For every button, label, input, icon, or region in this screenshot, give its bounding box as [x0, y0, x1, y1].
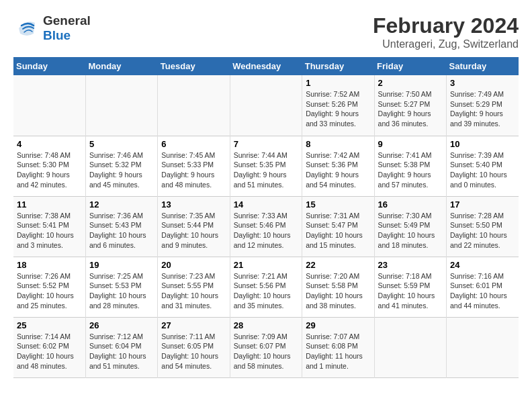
day-number: 11 — [17, 199, 82, 210]
calendar-cell: 22Sunrise: 7:20 AM Sunset: 5:58 PM Dayli… — [302, 257, 374, 317]
day-number: 17 — [450, 199, 515, 210]
day-info: Sunrise: 7:42 AM Sunset: 5:36 PM Dayligh… — [306, 151, 359, 189]
calendar-cell: 19Sunrise: 7:25 AM Sunset: 5:53 PM Dayli… — [85, 257, 157, 317]
calendar-cell: 21Sunrise: 7:21 AM Sunset: 5:56 PM Dayli… — [230, 257, 302, 317]
calendar-cell — [230, 75, 302, 136]
calendar-cell: 10Sunrise: 7:39 AM Sunset: 5:40 PM Dayli… — [447, 136, 519, 196]
day-info: Sunrise: 7:21 AM Sunset: 5:56 PM Dayligh… — [234, 272, 291, 310]
day-number: 10 — [450, 139, 515, 149]
day-info: Sunrise: 7:16 AM Sunset: 6:01 PM Dayligh… — [450, 272, 507, 310]
day-header-saturday: Saturday — [447, 57, 519, 75]
calendar-cell: 4Sunrise: 7:48 AM Sunset: 5:30 PM Daylig… — [13, 136, 85, 196]
day-number: 7 — [234, 139, 298, 149]
week-row-4: 18Sunrise: 7:26 AM Sunset: 5:52 PM Dayli… — [13, 257, 519, 317]
day-number: 26 — [89, 320, 154, 330]
calendar-cell: 26Sunrise: 7:12 AM Sunset: 6:04 PM Dayli… — [85, 317, 157, 377]
day-number: 22 — [306, 260, 370, 270]
day-info: Sunrise: 7:48 AM Sunset: 5:30 PM Dayligh… — [17, 151, 71, 189]
calendar-cell — [85, 75, 157, 136]
calendar-cell: 15Sunrise: 7:31 AM Sunset: 5:47 PM Dayli… — [302, 196, 374, 257]
calendar-cell: 6Sunrise: 7:45 AM Sunset: 5:33 PM Daylig… — [158, 136, 230, 196]
day-number: 15 — [306, 199, 370, 210]
day-info: Sunrise: 7:28 AM Sunset: 5:50 PM Dayligh… — [450, 212, 507, 249]
calendar-cell — [447, 317, 519, 377]
week-row-2: 4Sunrise: 7:48 AM Sunset: 5:30 PM Daylig… — [13, 136, 519, 196]
day-number: 13 — [161, 199, 226, 210]
day-number: 24 — [450, 260, 515, 270]
logo: General Blue — [13, 13, 91, 43]
calendar-subtitle: Unterageri, Zug, Switzerland — [373, 38, 519, 50]
day-number: 21 — [234, 260, 298, 270]
week-row-5: 25Sunrise: 7:14 AM Sunset: 6:02 PM Dayli… — [13, 317, 519, 377]
calendar-cell: 17Sunrise: 7:28 AM Sunset: 5:50 PM Dayli… — [447, 196, 519, 257]
calendar-cell: 2Sunrise: 7:50 AM Sunset: 5:27 PM Daylig… — [374, 75, 446, 136]
calendar-table: SundayMondayTuesdayWednesdayThursdayFrid… — [13, 57, 519, 378]
day-info: Sunrise: 7:07 AM Sunset: 6:08 PM Dayligh… — [306, 332, 363, 370]
calendar-cell — [13, 75, 85, 136]
day-number: 6 — [161, 139, 226, 149]
calendar-cell: 13Sunrise: 7:35 AM Sunset: 5:44 PM Dayli… — [158, 196, 230, 257]
day-info: Sunrise: 7:41 AM Sunset: 5:38 PM Dayligh… — [378, 151, 432, 189]
page-header: General Blue February 2024 Unterageri, Z… — [13, 13, 519, 50]
day-number: 3 — [450, 78, 515, 88]
day-number: 25 — [17, 320, 82, 330]
day-info: Sunrise: 7:33 AM Sunset: 5:46 PM Dayligh… — [234, 212, 291, 249]
day-info: Sunrise: 7:31 AM Sunset: 5:47 PM Dayligh… — [306, 212, 363, 249]
week-row-3: 11Sunrise: 7:38 AM Sunset: 5:41 PM Dayli… — [13, 196, 519, 257]
day-number: 9 — [378, 139, 443, 149]
calendar-cell: 29Sunrise: 7:07 AM Sunset: 6:08 PM Dayli… — [302, 317, 374, 377]
day-info: Sunrise: 7:49 AM Sunset: 5:29 PM Dayligh… — [450, 90, 504, 128]
day-info: Sunrise: 7:23 AM Sunset: 5:55 PM Dayligh… — [161, 272, 218, 310]
day-info: Sunrise: 7:30 AM Sunset: 5:49 PM Dayligh… — [378, 212, 435, 249]
calendar-cell: 11Sunrise: 7:38 AM Sunset: 5:41 PM Dayli… — [13, 196, 85, 257]
day-info: Sunrise: 7:39 AM Sunset: 5:40 PM Dayligh… — [450, 151, 507, 189]
calendar-cell: 5Sunrise: 7:46 AM Sunset: 5:32 PM Daylig… — [85, 136, 157, 196]
day-number: 18 — [17, 260, 82, 270]
calendar-cell: 7Sunrise: 7:44 AM Sunset: 5:35 PM Daylig… — [230, 136, 302, 196]
day-info: Sunrise: 7:36 AM Sunset: 5:43 PM Dayligh… — [89, 212, 146, 249]
calendar-cell: 23Sunrise: 7:18 AM Sunset: 5:59 PM Dayli… — [374, 257, 446, 317]
day-number: 2 — [378, 78, 443, 88]
logo-general-label: General — [43, 13, 91, 28]
day-header-sunday: Sunday — [13, 57, 85, 75]
calendar-cell: 20Sunrise: 7:23 AM Sunset: 5:55 PM Dayli… — [158, 257, 230, 317]
day-number: 12 — [89, 199, 154, 210]
day-header-wednesday: Wednesday — [230, 57, 302, 75]
day-header-tuesday: Tuesday — [158, 57, 230, 75]
day-info: Sunrise: 7:14 AM Sunset: 6:02 PM Dayligh… — [17, 332, 74, 370]
day-info: Sunrise: 7:09 AM Sunset: 6:07 PM Dayligh… — [234, 332, 291, 370]
calendar-cell: 24Sunrise: 7:16 AM Sunset: 6:01 PM Dayli… — [447, 257, 519, 317]
day-number: 5 — [89, 139, 154, 149]
day-header-friday: Friday — [374, 57, 446, 75]
day-header-monday: Monday — [85, 57, 157, 75]
day-info: Sunrise: 7:35 AM Sunset: 5:44 PM Dayligh… — [161, 212, 218, 249]
day-number: 4 — [17, 139, 82, 149]
day-number: 29 — [306, 320, 370, 330]
day-info: Sunrise: 7:45 AM Sunset: 5:33 PM Dayligh… — [161, 151, 215, 189]
day-info: Sunrise: 7:38 AM Sunset: 5:41 PM Dayligh… — [17, 212, 74, 249]
calendar-cell: 16Sunrise: 7:30 AM Sunset: 5:49 PM Dayli… — [374, 196, 446, 257]
day-info: Sunrise: 7:46 AM Sunset: 5:32 PM Dayligh… — [89, 151, 143, 189]
calendar-cell: 12Sunrise: 7:36 AM Sunset: 5:43 PM Dayli… — [85, 196, 157, 257]
calendar-cell: 14Sunrise: 7:33 AM Sunset: 5:46 PM Dayli… — [230, 196, 302, 257]
calendar-cell: 28Sunrise: 7:09 AM Sunset: 6:07 PM Dayli… — [230, 317, 302, 377]
week-row-1: 1Sunrise: 7:52 AM Sunset: 5:26 PM Daylig… — [13, 75, 519, 136]
day-number: 1 — [306, 78, 370, 88]
day-info: Sunrise: 7:12 AM Sunset: 6:04 PM Dayligh… — [89, 332, 146, 370]
day-info: Sunrise: 7:11 AM Sunset: 6:05 PM Dayligh… — [161, 332, 218, 370]
calendar-cell: 1Sunrise: 7:52 AM Sunset: 5:26 PM Daylig… — [302, 75, 374, 136]
day-info: Sunrise: 7:52 AM Sunset: 5:26 PM Dayligh… — [306, 90, 359, 128]
day-info: Sunrise: 7:26 AM Sunset: 5:52 PM Dayligh… — [17, 272, 74, 310]
calendar-cell: 25Sunrise: 7:14 AM Sunset: 6:02 PM Dayli… — [13, 317, 85, 377]
calendar-cell: 9Sunrise: 7:41 AM Sunset: 5:38 PM Daylig… — [374, 136, 446, 196]
calendar-cell: 3Sunrise: 7:49 AM Sunset: 5:29 PM Daylig… — [447, 75, 519, 136]
calendar-cell — [158, 75, 230, 136]
day-number: 16 — [378, 199, 443, 210]
day-info: Sunrise: 7:25 AM Sunset: 5:53 PM Dayligh… — [89, 272, 146, 310]
day-number: 14 — [234, 199, 298, 210]
calendar-cell: 27Sunrise: 7:11 AM Sunset: 6:05 PM Dayli… — [158, 317, 230, 377]
day-number: 23 — [378, 260, 443, 270]
day-number: 27 — [161, 320, 226, 330]
day-info: Sunrise: 7:50 AM Sunset: 5:27 PM Dayligh… — [378, 90, 432, 128]
day-number: 8 — [306, 139, 370, 149]
